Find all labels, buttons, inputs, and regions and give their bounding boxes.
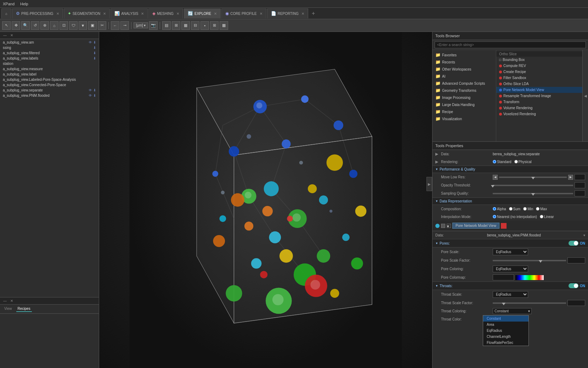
tool-filter-sandbox[interactable]: Filter Sandbox — [496, 75, 582, 81]
tool-volume-rendering[interactable]: Volume Rendering — [496, 105, 582, 111]
category-recipe[interactable]: 📁 Recipe — [432, 108, 496, 115]
view-mode-7[interactable]: ▩ — [220, 21, 228, 30]
download-icon[interactable]: ⬇ — [93, 51, 96, 55]
view-mode-1[interactable]: ▤ — [162, 21, 171, 30]
pan-tool[interactable]: ✥ — [12, 21, 20, 30]
dp-area[interactable]: Area — [483, 322, 528, 328]
tab-segmentation-close[interactable]: ✕ — [103, 12, 106, 16]
tools-search-input[interactable] — [435, 41, 586, 48]
download-icon[interactable]: ⬇ — [93, 46, 96, 50]
tab-core-profile-close[interactable]: ✕ — [260, 12, 262, 16]
dp-constant[interactable]: Constant — [483, 316, 528, 322]
sub-panel-minimize[interactable]: — — [2, 299, 8, 303]
interp-nearest-radio[interactable] — [493, 215, 496, 218]
module-data-dropdown-arrow[interactable]: ▾ — [583, 233, 585, 237]
comp-max[interactable]: Max — [536, 207, 547, 211]
shield-tool[interactable]: 🛡 — [69, 21, 78, 30]
pore-scale-factor-input[interactable]: 0.65795 — [567, 257, 585, 263]
view-mode-3[interactable]: ▦ — [181, 21, 190, 30]
file-item[interactable]: a_subplug_view.Connected-Pore-Space — [0, 82, 99, 88]
module-color-swatch[interactable] — [501, 223, 507, 229]
tab-explore[interactable]: 🔄 EXPLORE ✕ — [184, 9, 221, 18]
tab-explore-close[interactable]: ✕ — [214, 12, 217, 16]
slider-track[interactable] — [493, 302, 566, 304]
rendering-physical-radio[interactable] — [514, 160, 518, 163]
module-expand-icon[interactable]: ▾ — [447, 224, 451, 228]
rendering-physical-option[interactable]: Physical — [514, 160, 532, 164]
pores-section[interactable]: ▼ Pores: ON — [432, 239, 588, 247]
file-item[interactable]: a_subplug_view.am 👁 ⬇ — [0, 40, 99, 45]
tab-preprocessing-close[interactable]: ✕ — [56, 12, 59, 16]
tab-segmentation[interactable]: ✦ SEGMENTATION ✕ — [64, 9, 110, 18]
sub-panel-close[interactable]: ✕ — [9, 299, 14, 303]
eye-icon[interactable]: 👁 — [89, 88, 92, 92]
opacity-input[interactable]: 0 — [575, 182, 585, 188]
pore-coloring-dropdown[interactable]: EqRadius — [493, 266, 528, 272]
download-icon[interactable]: ⬇ — [93, 40, 96, 44]
view-mode-4[interactable]: ⊟ — [191, 21, 199, 30]
filter-tool[interactable]: ▼ — [79, 21, 87, 30]
slider-track[interactable] — [493, 260, 566, 261]
comp-min[interactable]: Min — [523, 207, 533, 211]
slider-increase[interactable]: ▶ — [568, 175, 573, 180]
dp-channellength[interactable]: ChannelLength — [483, 334, 528, 340]
tab-reporting[interactable]: 📄 REPORTING ✕ — [267, 9, 308, 18]
prop-expand-rendering[interactable]: ▶ — [435, 160, 439, 164]
menu-xpand[interactable]: XPand — [3, 2, 15, 6]
category-favorites[interactable]: 📁 Favorites — [432, 51, 496, 58]
comp-alpha[interactable]: Alpha — [493, 207, 506, 211]
pore-colormap-min-input[interactable]: 1.56949 — [493, 274, 514, 280]
file-item[interactable]: a_subplug_view.separate 👁 ⬇ — [0, 88, 99, 93]
rendering-standard-option[interactable]: Standard — [493, 160, 511, 164]
comp-min-radio[interactable] — [523, 207, 527, 211]
tool-voxelized-rendering[interactable]: Voxelized Rendering — [496, 111, 582, 117]
refresh-tool[interactable]: ↺ — [31, 21, 39, 30]
move-low-res-input[interactable]: 2 — [575, 174, 585, 180]
file-item[interactable]: a_subplug_view.labels ⬇ — [0, 56, 99, 61]
view-mode-5[interactable]: ▪ — [200, 21, 209, 30]
tab-home[interactable]: ⌂ — [1, 9, 11, 18]
category-image-processing[interactable]: 📁 Image Processing — [432, 94, 496, 101]
view-mode-2[interactable]: ⊞ — [172, 21, 180, 30]
throat-scale-factor-input[interactable]: 0.14929 — [567, 300, 585, 306]
clip-tool[interactable]: ✂ — [98, 21, 106, 30]
throat-coloring-dropdown[interactable]: Constant ▾ — [493, 308, 532, 314]
slider-decrease[interactable]: ◀ — [493, 175, 498, 180]
throats-section[interactable]: ▼ Throats: ON — [432, 281, 588, 290]
category-geometry-transforms[interactable]: 📁 Geometry Transforms — [432, 87, 496, 94]
slider-track[interactable] — [493, 185, 573, 186]
pore-scale-dropdown[interactable]: EqRadius — [493, 249, 528, 255]
tool-transform[interactable]: Transform — [496, 99, 582, 105]
interp-nearest[interactable]: Nearest (no interpolation) — [493, 215, 537, 219]
category-large-data[interactable]: 📁 Large Data Handling — [432, 101, 496, 108]
comp-max-radio[interactable] — [536, 207, 539, 211]
tool-ortho-slice-lda[interactable]: Ortho Slice LDA — [496, 81, 582, 87]
pore-colormap-bar[interactable] — [515, 275, 544, 280]
camera-tool[interactable]: 📷 — [149, 21, 158, 30]
tab-recipes[interactable]: Recipes — [16, 306, 32, 312]
file-item[interactable]: ssing ⬇ — [0, 45, 99, 50]
throats-toggle-switch[interactable] — [569, 283, 578, 288]
throat-scale-dropdown[interactable]: EqRadius — [493, 291, 528, 298]
comp-sum[interactable]: Sum — [509, 207, 521, 211]
file-item[interactable]: a_subplug_view.Labeled-Pore-Space-Analys… — [0, 77, 99, 82]
comp-alpha-radio[interactable] — [493, 207, 496, 211]
tab-core-profile[interactable]: ◉ CORE PROFILE ✕ — [221, 9, 266, 18]
active-module-label-container[interactable]: Pore Network Model View — [452, 223, 499, 229]
arrow-tool[interactable]: ← — [111, 21, 119, 30]
tab-reporting-close[interactable]: ✕ — [301, 12, 304, 16]
file-item[interactable]: a_subplug_view.PNM.flooded 👁 ⬇ — [0, 93, 99, 98]
dp-flowratepersec[interactable]: FlowRatePerSec — [483, 340, 528, 346]
slider-track[interactable] — [493, 193, 573, 194]
eye-icon[interactable]: 👁 — [89, 94, 92, 97]
pores-toggle-switch[interactable] — [569, 241, 578, 246]
menu-help[interactable]: Help — [20, 2, 28, 6]
prop-expand-data[interactable]: ▶ — [435, 152, 439, 156]
target-tool[interactable]: ⊕ — [40, 21, 49, 30]
tool-resample-transformed[interactable]: Resample Transformed Image — [496, 93, 582, 99]
perf-quality-section[interactable]: ▼ Performance & Quality — [432, 166, 588, 173]
file-item[interactable]: a_subplug_view.label — [0, 72, 99, 77]
zoom-tool[interactable]: 🔍 — [21, 21, 30, 30]
tool-bounding-box[interactable]: □ Bounding Box — [496, 57, 582, 63]
eye-icon[interactable]: 👁 — [89, 40, 92, 44]
